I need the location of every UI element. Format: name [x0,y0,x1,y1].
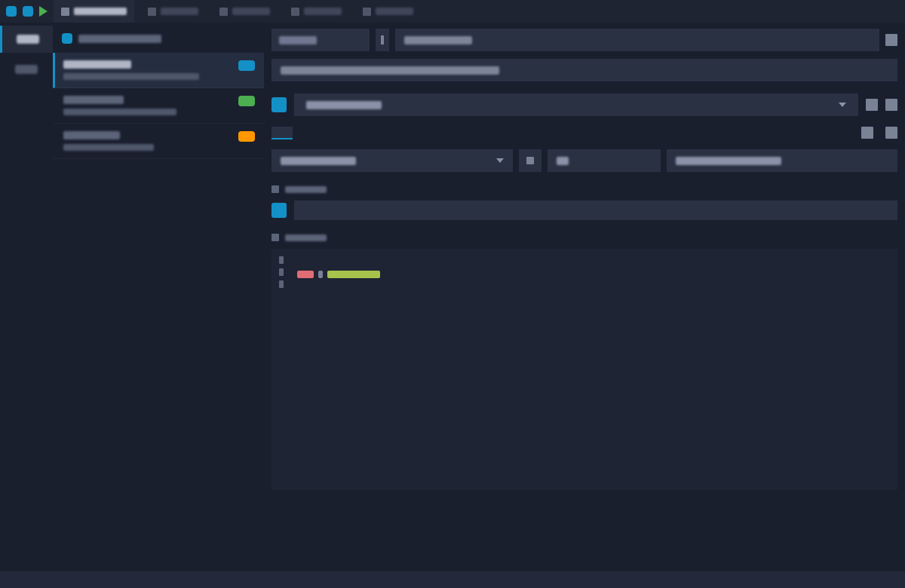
tag-name-text [306,101,382,109]
code-token [327,271,380,278]
app-icon-2[interactable] [23,6,33,17]
section-bullet-icon [272,185,279,193]
url-input[interactable] [395,29,879,51]
tests-label-text [285,234,327,241]
tab-label [232,8,270,15]
param-desc-input[interactable] [667,149,897,172]
sidebar-item-title [63,96,124,104]
method-label [279,36,317,44]
tab-glyph-icon [291,8,299,16]
method-select[interactable] [272,29,370,51]
code-token [318,271,323,278]
nav-item-label [17,35,39,44]
tab-label [304,8,342,15]
tab-glyph-icon [363,8,371,16]
param-key-text [281,157,356,165]
pre-request-row [272,201,897,220]
section-bullet-icon [272,234,279,241]
section-tab[interactable] [338,127,359,139]
line-number [279,256,284,264]
line-number [279,280,284,288]
topbar-tab[interactable] [212,0,278,23]
nav-item[interactable] [0,26,53,53]
editor-gutter [272,249,291,490]
request-row [272,29,897,51]
sidebar-item[interactable] [53,88,264,124]
param-value-text [557,157,569,165]
topbar-tab[interactable] [355,0,421,23]
code-editor[interactable] [272,249,897,490]
editor-body[interactable] [291,249,386,490]
tab-glyph-icon [148,8,156,16]
param-row [272,149,897,172]
chevron-down-icon[interactable] [496,158,504,163]
drag-handle[interactable] [376,29,389,51]
param-enable-toggle[interactable] [519,149,541,172]
param-value-input[interactable] [548,149,661,172]
topbar-tab-active[interactable] [54,0,134,23]
tests-label [272,234,897,241]
tab-glyph-icon [219,8,228,16]
section-tab[interactable] [305,127,326,139]
topbar-tab[interactable] [284,0,349,23]
grip-icon [381,35,384,44]
sidebar-item-subtitle [63,109,176,115]
nav-rail [0,23,53,571]
param-desc-text [676,157,781,165]
tab-label [74,8,127,15]
main-panel [264,23,905,571]
param-key-input[interactable] [272,149,513,172]
section-tab[interactable] [371,127,392,139]
request-tag-row [272,93,897,116]
nav-item[interactable] [0,56,53,83]
method-badge [238,131,255,142]
code-line [297,283,380,292]
tab-glyph-icon [61,8,69,16]
request-name-text [281,66,499,75]
method-badge [238,96,255,106]
tag-action-icon-1[interactable] [866,99,878,111]
url-text [404,36,472,44]
sidebar-header-label [78,35,161,43]
code-token [297,271,314,278]
tabs-action-icon-1[interactable] [861,127,873,139]
status-bar [0,571,905,588]
request-name-input[interactable] [272,59,897,81]
pre-request-script-input[interactable] [294,201,897,220]
pre-request-label [272,185,897,193]
sidebar-item-title [63,131,120,139]
app-icon-1[interactable] [6,6,17,17]
sidebar-header [53,29,264,53]
method-badge [238,60,255,71]
chevron-down-icon[interactable] [839,103,846,107]
nav-item-label [15,65,38,74]
sidebar-item-subtitle [63,73,199,80]
tag-color-chip[interactable] [272,97,287,112]
tab-label [376,8,413,15]
tag-name-input[interactable] [294,93,858,116]
send-icon[interactable] [885,34,897,46]
sidebar-item-subtitle [63,144,154,151]
script-color-chip[interactable] [272,203,287,218]
sidebar-item-title [63,60,131,69]
section-tab[interactable] [272,127,293,139]
sidebar [53,23,264,571]
line-number [279,268,284,276]
run-play-icon[interactable] [39,6,48,17]
collection-icon[interactable] [62,33,72,44]
section-tabs [272,127,897,139]
topbar-tab[interactable] [140,0,206,23]
tag-action-icon-2[interactable] [885,99,897,111]
tabs-action-icon-2[interactable] [885,127,897,139]
code-line [297,256,380,265]
tab-label [161,8,198,15]
sidebar-item[interactable] [53,53,264,88]
code-line [297,270,380,279]
sidebar-item[interactable] [53,124,264,159]
pre-request-label-text [285,186,327,193]
topbar [0,0,905,23]
checkbox-icon [526,157,534,164]
